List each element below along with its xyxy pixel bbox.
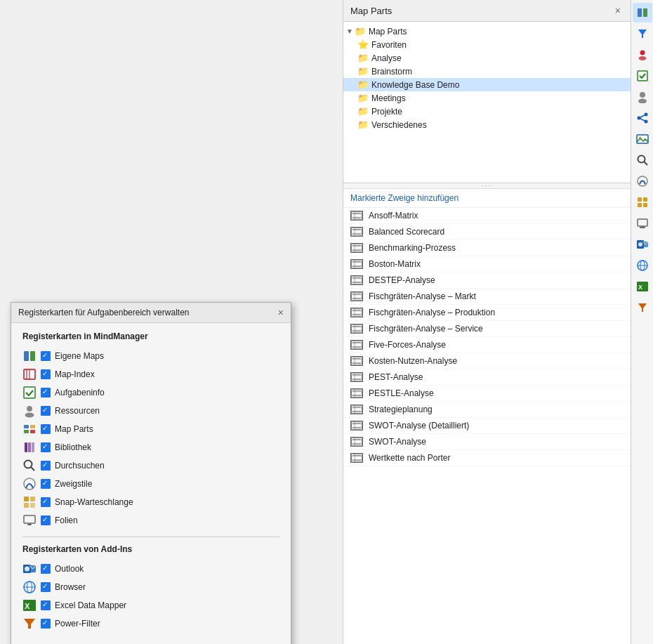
style-icon[interactable] [633,171,652,191]
share-icon[interactable] [633,108,652,128]
checkbox-snap[interactable] [41,497,51,507]
label-slides: Folien [55,515,78,525]
marked-item[interactable]: SWOT-Analyse [343,434,631,450]
search-icon[interactable] [633,150,652,170]
marked-item[interactable]: PEST-Analyse [343,369,631,386]
svg-rect-111 [28,442,31,452]
checkbox-styles[interactable] [41,479,51,489]
browser-icon[interactable] [633,256,652,275]
marked-item[interactable]: Wertkette nach Porter [343,450,631,466]
maps-icon[interactable] [633,3,652,22]
dialog-item-styles: Zweigstile [22,475,279,493]
dialog-close-btn[interactable]: × [278,307,284,318]
checkbox-addin-outlook[interactable] [41,564,51,574]
marked-item[interactable]: Five-Forces-Analyse [343,337,631,353]
svg-rect-110 [25,442,27,452]
svg-rect-46 [351,260,362,268]
checkbox-maps[interactable] [41,351,51,361]
svg-rect-117 [30,497,35,501]
label-addin-filter: Power-Filter [55,619,100,629]
marked-item-label: SWOT-Analyse [369,437,426,447]
marked-item[interactable]: Strategieplanung [343,402,631,418]
svg-rect-82 [351,405,362,414]
tree-item-projekte[interactable]: 📁 Projekte [343,105,631,118]
marked-item[interactable]: Balanced Scorecard [343,224,631,240]
checkbox-library[interactable] [41,442,51,452]
tree-item-favoriten[interactable]: ⭐ Favoriten [343,38,631,51]
dialog-addin-item-excel: X Excel Data Mapper [22,596,279,615]
image-icon[interactable] [633,129,652,149]
slides-icon[interactable] [633,213,652,233]
checkbox-search[interactable] [41,461,51,471]
checkbox-addin-excel[interactable] [41,600,51,610]
svg-rect-23 [640,227,645,228]
marked-item[interactable]: Boston-Matrix [343,256,631,272]
marked-item[interactable]: SWOT-Analyse (Detailliert) [343,418,631,434]
dialog-item-library: Bibliothek [22,438,279,456]
resources-icon[interactable] [633,45,652,65]
tree-item-brainstorm[interactable]: 📁 Brainstorm [343,65,631,78]
marked-item[interactable]: Fischgräten-Analyse – Produktion [343,305,631,321]
map-parts-panel: Map Parts × ▼ 📁 Map Parts ⭐ Favoriten 📁 … [343,0,631,644]
filter-icon[interactable] [633,24,652,44]
svg-rect-18 [638,197,642,202]
map-parts-close[interactable]: × [612,4,624,17]
tasks-icon[interactable] [633,66,652,86]
checkbox-resources[interactable] [41,406,51,416]
dialog-addin-item-filter: Power-Filter [22,615,279,633]
icon-slides [22,513,37,527]
marked-item-icon [350,421,363,431]
tree-item-analyse[interactable]: 📁 Analyse [343,51,631,65]
person-icon[interactable] [633,87,652,107]
marked-item[interactable]: DESTEP-Analyse [343,272,631,289]
marked-item[interactable]: Fischgräten-Analyse – Markt [343,289,631,305]
marked-item-label: Fischgräten-Analyse – Produktion [369,308,495,317]
tree-item-knowledgebase[interactable]: 📁 Knowledge Base Demo [343,78,631,91]
drag-handle[interactable]: ··· [343,183,631,189]
marked-item[interactable]: PESTLE-Analyse [343,386,631,402]
tree-label-meetings: Meetings [371,93,406,103]
excel-icon[interactable]: X [633,277,652,296]
icon-library [22,440,37,454]
marked-item-label: Strategieplanung [369,405,433,414]
marked-item-icon [350,453,363,463]
icon-styles [22,477,37,491]
icon-mapparts [22,422,37,436]
checkbox-addin-browser[interactable] [41,582,51,592]
svg-rect-107 [30,425,35,428]
label-styles: Zweigstile [55,479,92,489]
powerfilter-icon[interactable] [633,298,652,317]
svg-rect-0 [638,8,642,17]
marked-item[interactable]: Fischgräten-Analyse – Service [343,321,631,337]
dialog-item-resources: Ressourcen [22,402,279,420]
svg-rect-5 [638,71,647,81]
checkbox-mapparts[interactable] [41,424,51,434]
marked-item[interactable]: Kosten-Nutzen-Analyse [343,353,631,369]
dialog-item-slides: Folien [22,511,279,530]
svg-rect-66 [351,341,362,349]
marked-item-icon [350,356,363,366]
snap-icon[interactable] [633,192,652,212]
outlook-icon[interactable] [633,235,652,254]
marked-item[interactable]: Benchmarking-Prozess [343,240,631,256]
folder-icon-verschiedenes: 📁 [357,119,369,130]
marked-item-icon [350,259,363,269]
svg-rect-121 [27,524,32,525]
marked-item[interactable]: Ansoff-Matrix [343,208,631,224]
tree-item-verschiedenes[interactable]: 📁 Verschiedenes [343,118,631,131]
tree-item-meetings[interactable]: 📁 Meetings [343,91,631,105]
checkbox-addin-filter[interactable] [41,619,51,629]
dialog-manage-tabs: Registerkarten für Aufgabenbereich verwa… [11,302,291,644]
svg-rect-62 [351,324,362,333]
svg-rect-94 [351,454,362,462]
marked-item-label: Balanced Scorecard [369,227,444,237]
marked-item-icon [350,211,363,221]
svg-rect-120 [24,515,35,523]
checkbox-mapindex[interactable] [41,369,51,379]
marked-item-label: Ansoff-Matrix [369,211,418,221]
svg-rect-90 [351,438,362,446]
checkbox-slides[interactable] [41,515,51,525]
svg-line-12 [639,118,646,121]
checkbox-tasks[interactable] [41,388,51,397]
tree-root[interactable]: ▼ 📁 Map Parts [343,25,631,38]
